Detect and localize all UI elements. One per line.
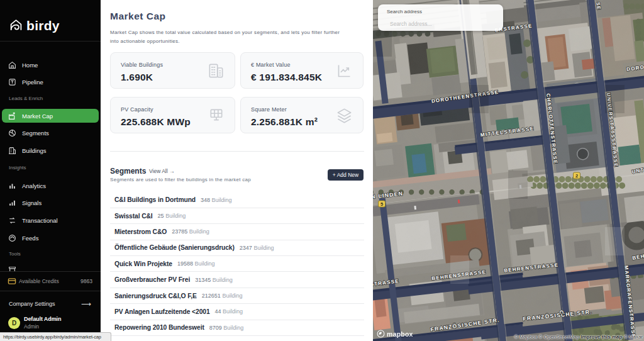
svg-text:5: 5 bbox=[380, 201, 383, 207]
svg-text:2: 2 bbox=[575, 173, 578, 179]
svg-text:SE: SE bbox=[595, 2, 601, 11]
svg-text:C: C bbox=[558, 310, 565, 315]
